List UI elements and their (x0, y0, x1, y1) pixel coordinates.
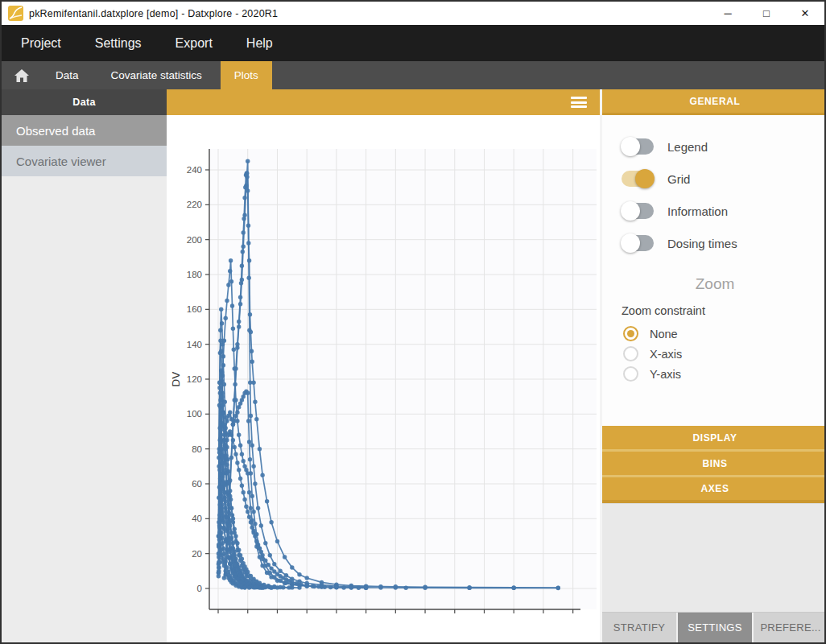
svg-text:220: 220 (187, 200, 202, 209)
svg-text:DV: DV (170, 372, 182, 387)
radio-y-axis-label: Y-axis (650, 368, 681, 381)
information-toggle-row: Information (622, 195, 826, 227)
panel-bottom-tabs: STRATIFY SETTINGS PREFERE... (602, 612, 826, 642)
maximize-button[interactable]: □ (747, 2, 786, 25)
plot-panel: 0204060801001201401601802002202400204060… (167, 89, 600, 642)
tab-bar: Data Covariate statistics Plots (2, 61, 824, 89)
svg-text:100: 100 (187, 409, 202, 419)
app-window: pkRemifentanil.datxplore [demo] - Datxpl… (0, 0, 826, 644)
zoom-constraint-yaxis-row: Y-axis (623, 364, 826, 384)
sidebar-item-observed-data[interactable]: Observed data (2, 115, 167, 146)
svg-text:140: 140 (417, 616, 432, 617)
grid-toggle-label: Grid (667, 172, 690, 186)
radio-none[interactable] (623, 326, 638, 341)
svg-text:160: 160 (447, 616, 462, 617)
window-controls: ─ □ ✕ (708, 2, 824, 25)
svg-text:60: 60 (302, 616, 312, 617)
home-button[interactable] (2, 61, 42, 89)
information-toggle[interactable] (622, 203, 654, 219)
toggle-knob (621, 137, 640, 156)
toggle-knob (621, 233, 640, 253)
svg-text:220: 220 (535, 616, 551, 617)
legend-toggle-row: Legend (622, 130, 826, 163)
sidebar-filler (2, 176, 167, 642)
svg-text:160: 160 (187, 304, 202, 314)
radio-x-axis[interactable] (623, 346, 638, 361)
tab-stratify[interactable]: STRATIFY (602, 613, 676, 642)
svg-text:120: 120 (187, 374, 202, 384)
plot-header (167, 89, 600, 115)
menu-export[interactable]: Export (176, 36, 213, 51)
zoom-section-title: Zoom (622, 275, 808, 293)
app-icon (8, 6, 23, 21)
svg-text:40: 40 (272, 616, 283, 617)
menu-project[interactable]: Project (21, 36, 61, 51)
svg-text:180: 180 (477, 616, 492, 617)
legend-toggle[interactable] (622, 138, 654, 155)
svg-text:40: 40 (192, 514, 202, 523)
dosing-times-toggle[interactable] (622, 235, 654, 251)
toggle-knob (621, 201, 640, 221)
svg-text:140: 140 (187, 340, 202, 349)
panel-filler (602, 503, 826, 612)
zoom-constraint-xaxis-row: X-axis (623, 344, 826, 364)
main-content: Data Observed data Covariate viewer 0204… (2, 89, 824, 642)
svg-text:80: 80 (192, 444, 202, 454)
zoom-constraint-none-row: None (623, 324, 826, 344)
radio-x-axis-label: X-axis (650, 348, 682, 361)
minimize-button[interactable]: ─ (708, 2, 747, 25)
menu-help[interactable]: Help (246, 36, 273, 51)
legend-toggle-label: Legend (667, 140, 708, 154)
svg-text:60: 60 (192, 479, 202, 489)
observed-data-chart[interactable]: 0204060801001201401601802002202400204060… (167, 115, 598, 617)
general-section-header[interactable]: GENERAL (602, 89, 826, 115)
plot-area: 0204060801001201401601802002202400204060… (167, 115, 600, 642)
svg-text:180: 180 (187, 270, 202, 279)
grid-toggle[interactable] (622, 171, 654, 187)
information-toggle-label: Information (667, 204, 728, 218)
plots-sidebar: Data Observed data Covariate viewer (2, 89, 167, 642)
svg-text:20: 20 (192, 549, 202, 559)
radio-none-label: None (650, 328, 678, 341)
general-section-body: Legend Grid Information Dosing times Zoo… (602, 115, 826, 384)
svg-text:120: 120 (388, 616, 403, 617)
tab-data[interactable]: Data (42, 61, 93, 89)
close-button[interactable]: ✕ (786, 2, 824, 25)
menu-settings[interactable]: Settings (95, 36, 142, 51)
menu-bar: Project Settings Export Help (2, 25, 824, 61)
axes-section-header[interactable]: AXES (602, 477, 826, 503)
tab-preferences[interactable]: PREFERE... (754, 613, 826, 642)
dosing-times-toggle-label: Dosing times (667, 237, 737, 250)
panel-spacer (602, 384, 826, 426)
hamburger-icon (571, 97, 587, 99)
svg-text:200: 200 (506, 616, 522, 617)
svg-text:240: 240 (187, 165, 202, 175)
svg-text:80: 80 (331, 616, 341, 617)
tab-plots[interactable]: Plots (221, 61, 272, 89)
svg-text:0: 0 (216, 616, 221, 617)
title-bar: pkRemifentanil.datxplore [demo] - Datxpl… (2, 2, 824, 25)
tab-covariate-statistics[interactable]: Covariate statistics (97, 61, 216, 89)
home-icon (14, 69, 29, 82)
dosing-times-toggle-row: Dosing times (622, 227, 826, 259)
svg-text:20: 20 (242, 616, 253, 617)
toggle-knob (635, 169, 655, 188)
bins-section-header[interactable]: BINS (602, 452, 826, 477)
sidebar-header: Data (2, 89, 167, 115)
display-section-header[interactable]: DISPLAY (602, 426, 826, 452)
plot-menu-button[interactable] (571, 97, 587, 108)
svg-text:0: 0 (197, 584, 202, 593)
svg-text:240: 240 (565, 616, 580, 617)
zoom-constraint-label: Zoom constraint (622, 304, 826, 317)
svg-text:100: 100 (358, 616, 374, 617)
window-title: pkRemifentanil.datxplore [demo] - Datxpl… (29, 8, 278, 19)
radio-y-axis[interactable] (623, 366, 638, 382)
tab-settings[interactable]: SETTINGS (678, 613, 752, 642)
settings-panel: GENERAL Legend Grid Information Dosing t… (600, 89, 826, 642)
svg-text:200: 200 (187, 235, 202, 245)
sidebar-item-covariate-viewer[interactable]: Covariate viewer (2, 146, 167, 176)
grid-toggle-row: Grid (622, 163, 826, 195)
